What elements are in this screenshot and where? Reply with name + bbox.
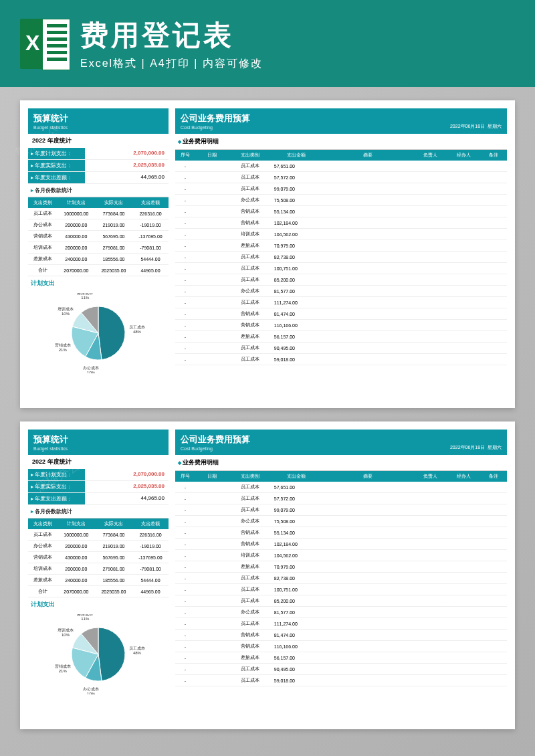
stat-row: ▸ 年度计划支出：2,070,000.00 bbox=[28, 469, 169, 481]
detail-row: -员工成本85,200.00 bbox=[175, 274, 507, 286]
detail-th: 负责人 bbox=[414, 471, 447, 482]
stat-row: ▸ 年度实际支出：2,025,035.00 bbox=[28, 160, 169, 172]
sheet-page: 预算统计Budget statistics 2022 年度统计 ▸ 年度计划支出… bbox=[20, 421, 515, 729]
mini-row: 员工成本1000000.00773684.00226316.00 bbox=[28, 208, 169, 219]
detail-row: -差旅成本56,157.00 bbox=[175, 652, 507, 664]
svg-text:10%: 10% bbox=[87, 692, 96, 694]
detail-row: -员工成本57,651.00 bbox=[175, 161, 507, 172]
svg-text:员工成本: 员工成本 bbox=[129, 646, 145, 650]
date-info: 2022年06月18日 星期六 bbox=[450, 444, 502, 451]
pie-chart: 员工成本48%办公成本10%营销成本21%培训成本10%差旅成本11% bbox=[48, 293, 148, 373]
mini-row: 营销成本430000.00567695.00-137695.00 bbox=[28, 231, 169, 242]
detail-th: 序号 bbox=[175, 150, 195, 161]
mini-row: 营销成本430000.00567695.00-137695.00 bbox=[28, 552, 169, 563]
stat-row: ▸ 年度计划支出：2,070,000.00 bbox=[28, 148, 169, 160]
mini-th: 实际支出 bbox=[95, 197, 132, 208]
detail-th: 支出类别 bbox=[228, 471, 271, 482]
detail-row: -差旅成本70,979.00 bbox=[175, 240, 507, 252]
banner-title: 费用登记表 bbox=[80, 17, 263, 54]
detail-th: 摘要 bbox=[321, 150, 414, 161]
detail-th: 摘要 bbox=[321, 471, 414, 482]
detail-row: -营销成本81,474.00 bbox=[175, 308, 507, 320]
detail-th: 备注 bbox=[480, 471, 507, 482]
detail-label: 业务费用明细 bbox=[175, 134, 507, 150]
detail-row: -员工成本57,651.00 bbox=[175, 482, 507, 493]
right-header: 公司业务费用预算Cost Budgeting 2022年06月18日 星期六 bbox=[175, 108, 507, 134]
excel-icon bbox=[20, 19, 70, 69]
svg-text:21%: 21% bbox=[59, 669, 68, 673]
chart-title: 计划支出 bbox=[28, 276, 169, 290]
svg-text:差旅成本: 差旅成本 bbox=[77, 293, 93, 295]
detail-th: 日期 bbox=[195, 471, 229, 482]
detail-row: -营销成本55,134.00 bbox=[175, 527, 507, 539]
cost-budgeting-panel: 公司业务费用预算Cost Budgeting 2022年06月18日 星期六 业… bbox=[175, 108, 507, 400]
svg-text:11%: 11% bbox=[81, 296, 90, 300]
detail-th: 经办人 bbox=[447, 471, 481, 482]
pages-container: 预算统计Budget statistics 2022 年度统计 ▸ 年度计划支出… bbox=[0, 87, 535, 743]
detail-row: -员工成本59,018.00 bbox=[175, 354, 507, 365]
detail-row: -营销成本116,166.00 bbox=[175, 641, 507, 652]
detail-row: -员工成本100,751.00 bbox=[175, 263, 507, 274]
detail-row: -员工成本82,738.00 bbox=[175, 252, 507, 263]
detail-th: 备注 bbox=[480, 150, 507, 161]
banner-subtitle: Excel格式 | A4打印 | 内容可修改 bbox=[80, 57, 263, 71]
monthly-label: 各月份数款统计 bbox=[28, 184, 169, 197]
detail-row: -营销成本116,166.00 bbox=[175, 320, 507, 331]
mini-th: 计划支出 bbox=[58, 518, 95, 529]
detail-row: -办公成本81,577.00 bbox=[175, 286, 507, 297]
budget-stats-panel: 预算统计Budget statistics 2022 年度统计 ▸ 年度计划支出… bbox=[28, 430, 169, 721]
mini-th: 支出差额 bbox=[132, 197, 169, 208]
mini-th: 实际支出 bbox=[95, 518, 132, 529]
stat-row: ▸ 年度支出差额：44,965.00 bbox=[28, 172, 169, 184]
detail-th: 支出类别 bbox=[228, 150, 271, 161]
mini-th: 计划支出 bbox=[58, 197, 95, 208]
svg-text:48%: 48% bbox=[133, 330, 142, 334]
detail-row: -营销成本55,134.00 bbox=[175, 206, 507, 217]
detail-row: -员工成本99,079.00 bbox=[175, 504, 507, 516]
detail-row: -营销成本102,184.00 bbox=[175, 217, 507, 229]
svg-text:员工成本: 员工成本 bbox=[129, 325, 145, 329]
svg-text:培训成本: 培训成本 bbox=[57, 628, 74, 632]
left-header: 预算统计Budget statistics bbox=[28, 430, 169, 455]
detail-table: 序号日期支出类别支出金额摘要负责人经办人备注-员工成本57,651.00-员工成… bbox=[175, 150, 507, 365]
year-row: 2022 年度统计 bbox=[28, 455, 169, 469]
mini-row: 差旅成本240000.00185556.0054444.00 bbox=[28, 254, 169, 265]
detail-row: -员工成本85,200.00 bbox=[175, 595, 507, 607]
detail-row: -培训成本104,562.00 bbox=[175, 550, 507, 561]
detail-th: 序号 bbox=[175, 471, 195, 482]
budget-stats-panel: 预算统计Budget statistics 2022 年度统计 ▸ 年度计划支出… bbox=[28, 108, 169, 400]
detail-row: -差旅成本56,157.00 bbox=[175, 331, 507, 343]
detail-row: -员工成本59,018.00 bbox=[175, 675, 507, 686]
chart-title: 计划支出 bbox=[28, 597, 169, 611]
mini-row: 差旅成本240000.00185556.0054444.00 bbox=[28, 575, 169, 586]
detail-row: -员工成本57,572.00 bbox=[175, 172, 507, 183]
mini-row: 办公成本200000.00219019.00-19019.00 bbox=[28, 219, 169, 231]
svg-text:办公成本: 办公成本 bbox=[83, 687, 99, 691]
left-header: 预算统计Budget statistics bbox=[28, 108, 169, 134]
mini-row: 培训成本200000.00279081.00-79081.00 bbox=[28, 563, 169, 575]
svg-text:48%: 48% bbox=[133, 651, 142, 655]
svg-text:10%: 10% bbox=[62, 312, 70, 316]
detail-row: -办公成本81,577.00 bbox=[175, 607, 507, 618]
svg-text:10%: 10% bbox=[87, 371, 96, 373]
mini-th: 支出类别 bbox=[28, 518, 58, 529]
detail-row: -员工成本57,572.00 bbox=[175, 493, 507, 504]
monthly-label: 各月份数款统计 bbox=[28, 505, 169, 518]
svg-text:10%: 10% bbox=[62, 633, 70, 637]
detail-th: 日期 bbox=[195, 150, 229, 161]
date-info: 2022年06月18日 星期六 bbox=[450, 123, 502, 130]
mini-row: 培训成本200000.00279081.00-79081.00 bbox=[28, 242, 169, 254]
svg-text:21%: 21% bbox=[59, 348, 68, 352]
right-header: 公司业务费用预算Cost Budgeting 2022年06月18日 星期六 bbox=[175, 430, 507, 455]
category-table: 支出类别计划支出实际支出支出差额员工成本1000000.00773684.002… bbox=[28, 197, 169, 276]
svg-text:差旅成本: 差旅成本 bbox=[77, 614, 93, 616]
detail-row: -员工成本90,495.00 bbox=[175, 343, 507, 354]
detail-row: -员工成本100,751.00 bbox=[175, 584, 507, 595]
detail-th: 支出金额 bbox=[272, 471, 321, 482]
detail-row: -差旅成本70,979.00 bbox=[175, 561, 507, 573]
svg-text:营销成本: 营销成本 bbox=[55, 343, 71, 347]
svg-text:11%: 11% bbox=[81, 617, 90, 621]
detail-th: 支出金额 bbox=[272, 150, 321, 161]
detail-row: -员工成本99,079.00 bbox=[175, 183, 507, 195]
mini-th: 支出差额 bbox=[132, 518, 169, 529]
